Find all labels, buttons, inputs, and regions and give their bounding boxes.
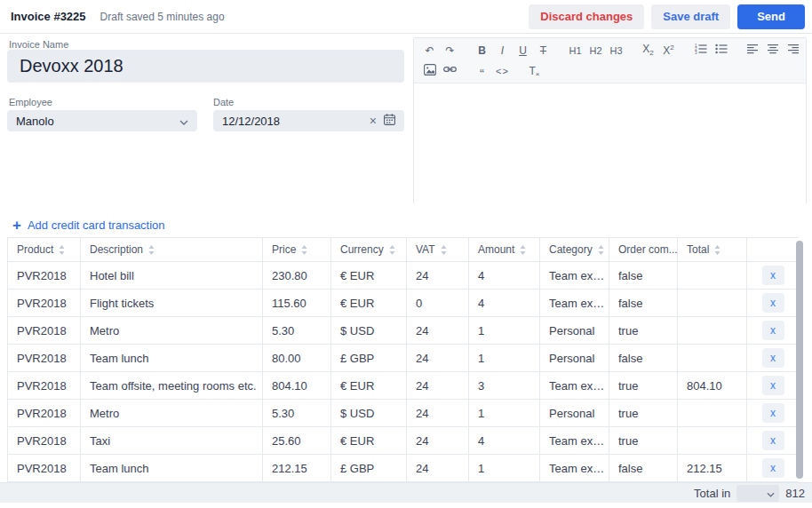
date-input[interactable]: 12/12/2018 ×: [213, 110, 404, 131]
italic-button[interactable]: I: [492, 41, 513, 60]
cell-product[interactable]: PVR2018: [8, 427, 81, 455]
cell-amount[interactable]: 4: [469, 290, 540, 317]
cell-description[interactable]: Team lunch: [81, 345, 263, 372]
cell-category[interactable]: Team expe...: [540, 427, 609, 455]
cell-order-completed[interactable]: true: [609, 427, 678, 455]
cell-order-completed[interactable]: true: [609, 400, 678, 427]
cell-vat[interactable]: 24: [407, 317, 469, 345]
cell-currency[interactable]: £ GBP: [331, 455, 407, 482]
cell-amount[interactable]: 1: [469, 317, 540, 345]
cell-order-completed[interactable]: false: [609, 455, 678, 482]
align-left-button[interactable]: [743, 41, 763, 60]
send-button[interactable]: Send: [737, 4, 805, 29]
column-header-category[interactable]: Category: [540, 238, 609, 262]
cell-order-completed[interactable]: false: [609, 345, 678, 372]
cell-category[interactable]: Personal: [540, 400, 609, 427]
cell-vat[interactable]: 24: [407, 262, 469, 290]
subscript-button[interactable]: X2: [638, 41, 658, 60]
cell-order-completed[interactable]: false: [609, 262, 678, 290]
delete-row-button[interactable]: x: [762, 293, 784, 313]
cell-vat[interactable]: 24: [407, 455, 469, 482]
editor-content-area[interactable]: [414, 83, 806, 207]
delete-row-button[interactable]: x: [762, 321, 784, 340]
calendar-icon[interactable]: [384, 114, 395, 128]
cell-description[interactable]: Hotel bill: [81, 262, 263, 290]
cell-currency[interactable]: € EUR: [331, 262, 407, 290]
cell-price[interactable]: 212.15: [263, 455, 331, 482]
cell-amount[interactable]: 4: [469, 262, 540, 290]
cell-vat[interactable]: 24: [407, 345, 469, 372]
cell-price[interactable]: 5.30: [263, 317, 331, 345]
cell-vat[interactable]: 24: [407, 427, 469, 455]
cell-product[interactable]: PVR2018: [8, 262, 81, 290]
clear-format-button[interactable]: T×: [524, 61, 545, 81]
bold-button[interactable]: B: [472, 41, 492, 60]
invoice-name-input[interactable]: [7, 50, 404, 83]
column-header-vat[interactable]: VAT: [407, 238, 469, 262]
delete-row-button[interactable]: x: [762, 376, 784, 395]
cell-category[interactable]: Team expe...: [540, 262, 609, 290]
cell-price[interactable]: 115.60: [263, 290, 331, 317]
cell-price[interactable]: 230.80: [263, 262, 331, 290]
cell-currency[interactable]: € EUR: [331, 372, 407, 400]
cell-vat[interactable]: 0: [407, 290, 469, 317]
blockquote-button[interactable]: “: [472, 61, 492, 81]
cell-product[interactable]: PVR2018: [8, 400, 81, 427]
code-button[interactable]: <>: [492, 61, 513, 81]
cell-amount[interactable]: 1: [469, 400, 540, 427]
cell-product[interactable]: PVR2018: [8, 372, 81, 400]
cell-order-completed[interactable]: true: [609, 372, 678, 400]
cell-category[interactable]: Team expe...: [540, 372, 609, 400]
cell-currency[interactable]: $ USD: [331, 400, 407, 427]
cell-category[interactable]: Personal: [540, 317, 609, 345]
column-header-price[interactable]: Price: [263, 238, 331, 262]
cell-currency[interactable]: € EUR: [331, 427, 407, 455]
cell-category[interactable]: Team expe...: [540, 290, 609, 317]
h2-button[interactable]: H2: [585, 41, 606, 60]
cell-price[interactable]: 25.60: [263, 427, 331, 455]
column-header-product[interactable]: Product: [8, 238, 81, 262]
redo-button[interactable]: ↷: [440, 41, 460, 60]
cell-description[interactable]: Metro: [81, 400, 263, 427]
image-button[interactable]: [419, 61, 440, 81]
cell-amount[interactable]: 3: [469, 372, 540, 400]
cell-price[interactable]: 5.30: [263, 400, 331, 427]
cell-description[interactable]: Flight tickets: [81, 290, 263, 317]
delete-row-button[interactable]: x: [762, 348, 784, 368]
column-header-order-com[interactable]: Order com...: [609, 238, 678, 262]
cell-category[interactable]: Team expe...: [540, 455, 609, 482]
column-header-description[interactable]: Description: [81, 238, 263, 262]
add-credit-card-transaction-link[interactable]: + Add credit card transaction: [12, 218, 165, 233]
cell-description[interactable]: Metro: [81, 317, 263, 345]
discard-changes-button[interactable]: Discard changes: [529, 4, 644, 29]
bullet-list-button[interactable]: [711, 41, 731, 60]
cell-vat[interactable]: 24: [407, 372, 469, 400]
delete-row-button[interactable]: x: [762, 403, 784, 423]
align-center-button[interactable]: [763, 41, 784, 60]
cell-order-completed[interactable]: false: [609, 290, 678, 317]
employee-select[interactable]: Manolo: [7, 110, 197, 131]
ordered-list-button[interactable]: 123: [690, 41, 711, 60]
cell-currency[interactable]: £ GBP: [331, 345, 407, 372]
undo-button[interactable]: ↶: [419, 41, 440, 60]
cell-description[interactable]: Team offsite, meeting rooms etc.: [81, 372, 263, 400]
cell-order-completed[interactable]: true: [609, 317, 678, 345]
total-currency-select[interactable]: [736, 485, 779, 502]
strikethrough-button[interactable]: T: [533, 41, 553, 60]
column-header-amount[interactable]: Amount: [469, 238, 540, 262]
cell-description[interactable]: Taxi: [81, 427, 263, 455]
cell-amount[interactable]: 4: [469, 427, 540, 455]
underline-button[interactable]: U: [513, 41, 533, 60]
cell-currency[interactable]: $ USD: [331, 317, 407, 345]
cell-price[interactable]: 80.00: [263, 345, 331, 372]
h3-button[interactable]: H3: [606, 41, 626, 60]
cell-category[interactable]: Personal: [540, 345, 609, 372]
cell-vat[interactable]: 24: [407, 400, 469, 427]
clear-date-icon[interactable]: ×: [370, 115, 377, 127]
cell-product[interactable]: PVR2018: [8, 455, 81, 482]
cell-description[interactable]: Team lunch: [81, 455, 263, 482]
save-draft-button[interactable]: Save draft: [651, 4, 730, 29]
cell-product[interactable]: PVR2018: [8, 345, 81, 372]
h1-button[interactable]: H1: [565, 41, 585, 60]
delete-row-button[interactable]: x: [762, 266, 784, 285]
